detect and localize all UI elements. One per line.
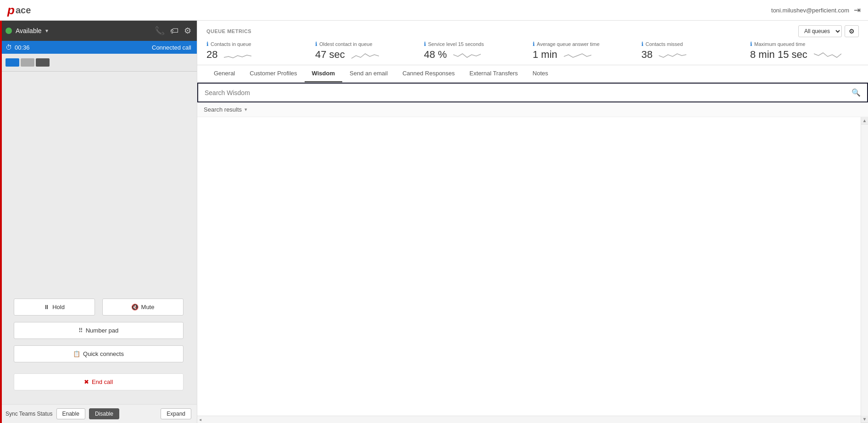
status-dropdown-arrow[interactable]: ▾ — [45, 28, 48, 34]
tab-external-transfers[interactable]: External Transfers — [462, 65, 525, 82]
metric-service-level: ℹ Service level 15 seconds 48 % — [424, 41, 533, 60]
status-icons: 📞 🏷 ⚙ — [155, 26, 191, 36]
mute-button[interactable]: 🔇 Mute — [102, 299, 184, 316]
results-list[interactable] — [197, 117, 861, 423]
metric-avg-answer-time: ℹ Average queue answer time 1 min — [533, 41, 641, 60]
scroll-down-arrow[interactable]: ▼ — [861, 416, 868, 423]
phone-icon-btn[interactable]: 📞 — [155, 26, 165, 36]
numpad-icon: ⠿ — [78, 327, 83, 334]
settings-icon-btn[interactable]: ⚙ — [184, 26, 191, 36]
info-icon-2: ℹ — [315, 41, 317, 47]
metric-value-3: 48 % — [424, 49, 447, 60]
tab-general[interactable]: General — [206, 65, 242, 82]
chat-icon-btn[interactable]: 🏷 — [170, 26, 178, 36]
sparkline-5 — [659, 49, 686, 60]
metric-contacts-in-queue: ℹ Contacts in queue 28 — [206, 41, 315, 60]
metric-contacts-missed: ℹ Contacts missed 38 — [641, 41, 750, 60]
number-pad-button[interactable]: ⠿ Number pad — [14, 322, 184, 339]
enable-button[interactable]: Enable — [56, 408, 85, 419]
logout-icon[interactable]: ⇥ — [854, 5, 861, 15]
metric-oldest-contact: ℹ Oldest contact in queue 47 sec — [315, 41, 424, 60]
end-call-button[interactable]: ✖ End call — [14, 373, 184, 390]
caller-info — [0, 54, 197, 72]
info-icon-1: ℹ — [206, 41, 209, 47]
metrics-row: ℹ Contacts in queue 28 ℹ Oldest contact — [206, 41, 859, 60]
left-panel: Available ▾ 📞 🏷 ⚙ ⏱ 00:36 Connected call — [0, 21, 197, 423]
info-icon-4: ℹ — [533, 41, 535, 47]
info-icon-6: ℹ — [750, 41, 752, 47]
agent-status-bar: Available ▾ 📞 🏷 ⚙ — [0, 21, 197, 41]
logo: p ace — [7, 3, 31, 17]
header-right: toni.milushev@perficient.com ⇥ — [771, 5, 861, 15]
call-time: 00:36 — [15, 44, 30, 51]
user-email: toni.milushev@perficient.com — [771, 7, 849, 14]
tabs-bar: General Customer Profiles Wisdom Send an… — [197, 65, 868, 83]
search-button[interactable]: 🔍 — [845, 84, 867, 102]
bottom-bar: Sync Teams Status Enable Disable Expand — [0, 404, 197, 423]
tab-wisdom[interactable]: Wisdom — [305, 65, 342, 82]
horiz-scrollbar[interactable]: ◂ — [197, 416, 861, 423]
top-header: p ace toni.milushev@perficient.com ⇥ — [0, 0, 868, 21]
search-input[interactable] — [198, 85, 845, 101]
caller-avatar — [6, 58, 50, 67]
tab-canned-responses[interactable]: Canned Responses — [395, 65, 462, 82]
metric-max-queued-time: ℹ Maximum queued time 8 min 15 sec — [750, 41, 859, 60]
metric-value-6: 8 min 15 sec — [750, 49, 807, 60]
metric-value-1: 28 — [206, 49, 217, 60]
tab-customer-profiles[interactable]: Customer Profiles — [242, 65, 304, 82]
call-status: Connected call — [152, 44, 191, 51]
queue-controls: All queues ⚙ — [798, 25, 859, 37]
status-dot — [6, 28, 12, 34]
sparkline-1 — [224, 49, 251, 60]
queue-metrics-section: QUEUE METRICS All queues ⚙ ℹ Contacts in… — [197, 21, 868, 65]
logo-text: ace — [16, 5, 31, 16]
side-scrollbar[interactable]: ▲ ▼ — [861, 117, 868, 423]
disable-button[interactable]: Disable — [89, 408, 119, 419]
info-icon-3: ℹ — [424, 41, 426, 47]
scroll-left-arrow[interactable]: ◂ — [199, 417, 201, 422]
sync-controls: Sync Teams Status Enable Disable — [6, 408, 119, 419]
tab-notes[interactable]: Notes — [525, 65, 556, 82]
metric-value-5: 38 — [641, 49, 652, 60]
expand-button[interactable]: Expand — [161, 408, 191, 419]
hold-icon: ⏸ — [44, 304, 50, 310]
main-layout: Available ▾ 📞 🏷 ⚙ ⏱ 00:36 Connected call — [0, 21, 868, 423]
avatar-block-2 — [21, 58, 34, 67]
status-label: Available — [16, 27, 42, 34]
right-panel: QUEUE METRICS All queues ⚙ ℹ Contacts in… — [197, 21, 868, 423]
hold-button[interactable]: ⏸ Hold — [14, 299, 95, 316]
search-results-chevron[interactable]: ▾ — [245, 107, 247, 113]
quick-connect-icon: 📋 — [73, 350, 80, 357]
avatar-block-3 — [36, 58, 50, 67]
queue-metrics-title: QUEUE METRICS — [206, 28, 251, 34]
queue-selector[interactable]: All queues — [798, 25, 842, 37]
results-content: ▲ ▼ ◂ — [197, 117, 868, 423]
metric-value-4: 1 min — [533, 49, 557, 60]
call-buttons-row: ⏸ Hold 🔇 Mute — [14, 299, 184, 316]
end-call-icon: ✖ — [84, 378, 89, 385]
sparkline-2 — [351, 49, 379, 60]
timer-icon: ⏱ — [6, 44, 12, 51]
call-info-bar: ⏱ 00:36 Connected call — [0, 41, 197, 54]
sparkline-6 — [814, 49, 841, 60]
search-bar: 🔍 — [197, 83, 868, 102]
search-icon: 🔍 — [851, 89, 861, 96]
sparkline-3 — [453, 49, 481, 60]
wisdom-content-area: 🔍 Search results ▾ ▲ ▼ ◂ — [197, 83, 868, 423]
sparkline-4 — [564, 49, 591, 60]
mute-icon: 🔇 — [131, 304, 139, 310]
call-timer: ⏱ 00:36 — [6, 44, 30, 51]
search-results-bar: Search results ▾ — [197, 102, 868, 117]
search-results-label: Search results — [204, 106, 242, 113]
call-area: ⏸ Hold 🔇 Mute ⠿ Number pad 📋 Quick conne… — [0, 72, 197, 404]
tab-send-email[interactable]: Send an email — [342, 65, 395, 82]
info-icon-5: ℹ — [641, 41, 644, 47]
logo-icon: p — [7, 3, 15, 17]
avatar-block-1 — [6, 58, 19, 67]
scroll-up-arrow[interactable]: ▲ — [861, 117, 868, 124]
metric-value-2: 47 sec — [315, 49, 345, 60]
quick-connects-button[interactable]: 📋 Quick connects — [14, 345, 184, 362]
status-left: Available ▾ — [6, 27, 48, 34]
sync-label: Sync Teams Status — [6, 411, 53, 417]
queue-settings-button[interactable]: ⚙ — [845, 25, 859, 37]
